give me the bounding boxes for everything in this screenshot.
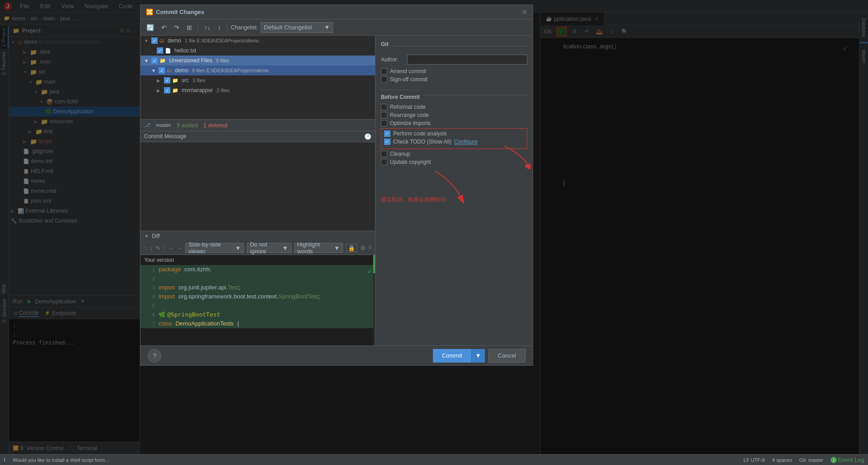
demo-project-icon-2: 🗂	[160, 38, 164, 43]
viewer-btn[interactable]: Side-by-side viewer ▼	[185, 243, 244, 253]
amend-commit-row[interactable]: Amend commit	[381, 68, 527, 74]
check-todo-checkbox[interactable]: ✓	[384, 139, 390, 145]
diff-collapse-icon[interactable]: ▼	[144, 233, 149, 239]
commit-dialog: 🔀 Commit Changes ✕ 🔄 ↶ ↷ ⊞ ↑↓ ↕ Changeli…	[140, 5, 533, 366]
dialog-title-icon: 🔀	[146, 9, 153, 15]
src-label: src	[182, 77, 189, 84]
amend-commit-checkbox[interactable]	[381, 68, 387, 74]
toolbar-grid-btn[interactable]: ⊞	[184, 23, 194, 33]
optimize-imports-row[interactable]: Optimize imports	[381, 120, 527, 126]
unversioned-arrow: ▼	[144, 58, 150, 63]
src-checkbox[interactable]: ✓	[164, 77, 170, 84]
helloo-checkbox[interactable]: ✓	[157, 47, 163, 54]
toolbar-undo-btn[interactable]: ↶	[159, 23, 169, 33]
deleted-count: 1 deleted	[203, 122, 228, 129]
commit-button[interactable]: Commit	[433, 349, 471, 363]
changelist-select[interactable]: Default Changelist ▼	[261, 22, 333, 33]
leaf-icon: 🌿	[159, 310, 165, 319]
event-log[interactable]: 1 Event Log	[830, 456, 864, 463]
commit-msg-history-icon[interactable]: 🕐	[364, 133, 371, 140]
rearrange-code-label: Rearrange code	[390, 112, 429, 118]
git-author-label: Author:	[381, 56, 404, 63]
diff-toolbar: ↑ ↓ ✎ ← → Side-by-side viewer ▼ Do not i…	[141, 241, 375, 255]
before-commit-line	[423, 95, 527, 95]
diff-line-3-content: import org.junit.jupiter.api.Test;	[159, 283, 240, 292]
status-encoding[interactable]: LF UTF-8	[744, 457, 765, 463]
toolbar-refresh-btn[interactable]: 🔄	[144, 23, 156, 33]
diff-next-icon[interactable]: →	[177, 245, 183, 251]
highlight-btn[interactable]: Highlight words ▼	[294, 243, 343, 253]
viewer-btn-label: Side-by-side viewer	[188, 241, 234, 255]
diff-checkmark: ✓	[367, 268, 372, 275]
help-button[interactable]: ?	[148, 349, 161, 363]
demo9-arrow: ▼	[151, 68, 157, 73]
dialog-right-panel: Git Author: Amend commit Sign-off commit	[375, 36, 533, 345]
perform-code-analysis-checkbox[interactable]: ✓	[384, 130, 390, 137]
changelist-value: Default Changelist	[264, 24, 312, 31]
dialog-status-bar: ⎇ master 9 added 1 deleted	[141, 119, 375, 131]
file-tree-panel: ▼ ✓ 🗂 demo 1 file E:\IDEA\IDEAProjects\d…	[141, 36, 375, 119]
reformat-code-row[interactable]: Reformat code	[381, 104, 527, 110]
mvnwrapper-folder-icon: 📁	[172, 88, 178, 93]
configure-link[interactable]: Configure	[454, 139, 478, 145]
added-count: 9 added	[177, 122, 198, 129]
demo9-checkbox[interactable]: ✓	[159, 67, 165, 74]
diff-prev-icon[interactable]: ←	[168, 245, 174, 251]
diff-header: ▼ Diff	[141, 231, 375, 241]
file-tree-src[interactable]: ▶ ✓ 📁 src 3 files	[141, 75, 375, 85]
diff-line-5: 5	[141, 301, 375, 310]
signoff-commit-checkbox[interactable]	[381, 76, 387, 83]
toolbar-collapse-btn[interactable]: ↑↓	[202, 23, 213, 33]
optimize-imports-checkbox[interactable]	[381, 120, 387, 126]
cancel-button[interactable]: Cancel	[488, 349, 525, 363]
perform-code-analysis-row[interactable]: ✓ Perform code analysis	[384, 130, 524, 137]
diff-up-icon[interactable]: ↑	[144, 245, 147, 251]
rearrange-code-row[interactable]: Rearrange code	[381, 112, 527, 118]
status-git[interactable]: Git: master	[799, 457, 824, 463]
unversioned-meta: 9 files	[216, 58, 229, 63]
diff-lock-icon[interactable]: 🔒	[346, 244, 357, 252]
reformat-code-label: Reformat code	[390, 104, 426, 110]
git-section-header-row: Git	[381, 41, 527, 51]
file-tree-demo-9[interactable]: ▼ ✓ 🗂 demo 9 files E:\IDEA\IDEAProjects\…	[141, 65, 375, 75]
ignore-btn[interactable]: Do not ignore ▼	[247, 243, 291, 253]
diff-settings-icon[interactable]: ⚙	[360, 245, 366, 251]
toolbar-redo-btn[interactable]: ↷	[172, 23, 182, 33]
diff-edit-icon[interactable]: ✎	[155, 245, 160, 251]
file-tree-helloo[interactable]: ✓ 📄 helloo.txt	[141, 46, 375, 56]
toolbar-expand-btn[interactable]: ↕	[216, 23, 223, 33]
status-bar: ℹ Would you like to install a shell scri…	[0, 454, 868, 465]
diff-down-icon[interactable]: ↓	[150, 245, 153, 251]
check-todo-label: Check TODO (Show All)	[393, 139, 451, 145]
viewer-dropdown-icon: ▼	[235, 245, 241, 251]
demo-checkbox[interactable]: ✓	[151, 37, 158, 44]
git-author-input[interactable]	[407, 55, 527, 65]
before-commit-header-text: Before Commit	[381, 90, 420, 100]
diff-line-6: 6 🌿 @SpringBootTest	[141, 310, 375, 319]
optimize-imports-label: Optimize imports	[390, 120, 431, 126]
rearrange-code-checkbox[interactable]	[381, 112, 387, 118]
update-copyright-checkbox[interactable]	[381, 159, 387, 165]
unversioned-checkbox[interactable]: ✓	[151, 57, 158, 64]
dialog-close-btn[interactable]: ✕	[521, 8, 527, 16]
commit-message-header: Commit Message 🕐	[141, 131, 375, 142]
commit-message-textarea[interactable]	[141, 142, 375, 231]
reformat-code-checkbox[interactable]	[381, 104, 387, 110]
mvnwrapper-checkbox[interactable]: ✓	[164, 87, 170, 93]
file-tree-demo[interactable]: ▼ ✓ 🗂 demo 1 file E:\IDEA\IDEAProjects\d…	[141, 36, 375, 46]
demo-tree-arrow: ▼	[144, 38, 150, 43]
diff-help-icon[interactable]: ?	[368, 245, 371, 251]
diff-line-7-content: class DemoApplicationTests {	[159, 319, 239, 328]
diff-scrollbar-area[interactable]	[373, 255, 375, 345]
helloo-file-icon: 📄	[165, 48, 171, 54]
signoff-commit-label: Sign-off commit	[390, 76, 427, 83]
status-spaces[interactable]: 4 spaces	[772, 457, 792, 463]
file-tree-mvnwrapper[interactable]: ▶ ✓ 📁 mvn\wrapper 2 files	[141, 85, 375, 95]
signoff-commit-row[interactable]: Sign-off commit	[381, 76, 527, 83]
event-log-badge: 1	[830, 457, 837, 463]
commit-dropdown-btn[interactable]: ▼	[471, 349, 485, 363]
cleanup-checkbox[interactable]	[381, 151, 387, 157]
diff-line-1: 1 package com.itzhh;	[141, 265, 375, 274]
file-tree-unversioned[interactable]: ▼ ✓ 📁 Unversioned Files 9 files	[141, 56, 375, 65]
mvnwrapper-meta: 2 files	[216, 88, 230, 93]
